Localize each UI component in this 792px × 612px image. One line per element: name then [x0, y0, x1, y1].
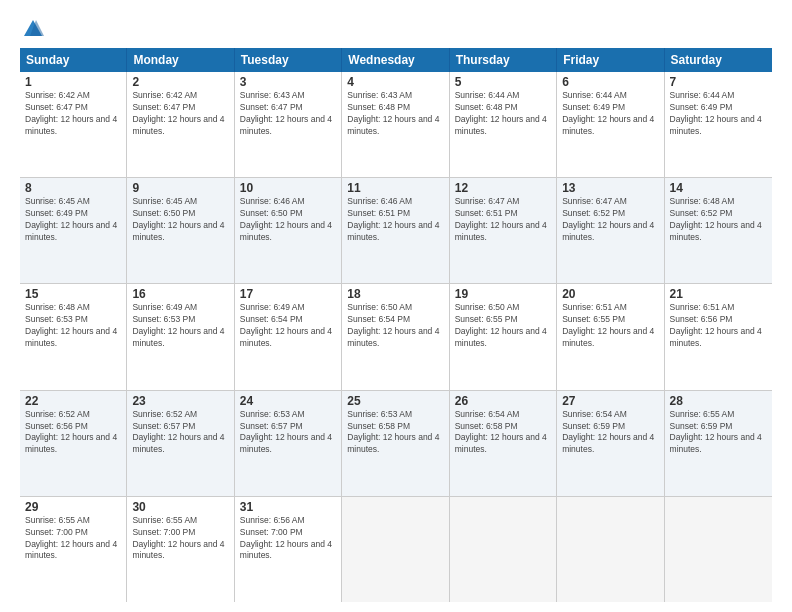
header-day-tuesday: Tuesday [235, 48, 342, 72]
day-info: Sunrise: 6:56 AM Sunset: 7:00 PM Dayligh… [240, 515, 336, 563]
day-number: 29 [25, 500, 121, 514]
day-cell-28: 28 Sunrise: 6:55 AM Sunset: 6:59 PM Dayl… [665, 391, 772, 496]
header-day-saturday: Saturday [665, 48, 772, 72]
day-number: 17 [240, 287, 336, 301]
day-info: Sunrise: 6:43 AM Sunset: 6:47 PM Dayligh… [240, 90, 336, 138]
calendar-body: 1 Sunrise: 6:42 AM Sunset: 6:47 PM Dayli… [20, 72, 772, 602]
day-info: Sunrise: 6:47 AM Sunset: 6:51 PM Dayligh… [455, 196, 551, 244]
day-cell-16: 16 Sunrise: 6:49 AM Sunset: 6:53 PM Dayl… [127, 284, 234, 389]
day-number: 6 [562, 75, 658, 89]
day-cell-19: 19 Sunrise: 6:50 AM Sunset: 6:55 PM Dayl… [450, 284, 557, 389]
day-cell-2: 2 Sunrise: 6:42 AM Sunset: 6:47 PM Dayli… [127, 72, 234, 177]
day-number: 12 [455, 181, 551, 195]
day-cell-9: 9 Sunrise: 6:45 AM Sunset: 6:50 PM Dayli… [127, 178, 234, 283]
day-info: Sunrise: 6:55 AM Sunset: 7:00 PM Dayligh… [25, 515, 121, 563]
day-number: 19 [455, 287, 551, 301]
day-number: 16 [132, 287, 228, 301]
empty-cell [557, 497, 664, 602]
day-info: Sunrise: 6:46 AM Sunset: 6:50 PM Dayligh… [240, 196, 336, 244]
day-number: 4 [347, 75, 443, 89]
day-number: 10 [240, 181, 336, 195]
day-cell-17: 17 Sunrise: 6:49 AM Sunset: 6:54 PM Dayl… [235, 284, 342, 389]
day-info: Sunrise: 6:54 AM Sunset: 6:59 PM Dayligh… [562, 409, 658, 457]
calendar-week-1: 1 Sunrise: 6:42 AM Sunset: 6:47 PM Dayli… [20, 72, 772, 178]
header-day-monday: Monday [127, 48, 234, 72]
day-number: 13 [562, 181, 658, 195]
day-cell-8: 8 Sunrise: 6:45 AM Sunset: 6:49 PM Dayli… [20, 178, 127, 283]
day-info: Sunrise: 6:50 AM Sunset: 6:55 PM Dayligh… [455, 302, 551, 350]
day-number: 15 [25, 287, 121, 301]
day-info: Sunrise: 6:48 AM Sunset: 6:53 PM Dayligh… [25, 302, 121, 350]
day-number: 1 [25, 75, 121, 89]
day-number: 18 [347, 287, 443, 301]
day-info: Sunrise: 6:49 AM Sunset: 6:54 PM Dayligh… [240, 302, 336, 350]
day-number: 9 [132, 181, 228, 195]
header-day-sunday: Sunday [20, 48, 127, 72]
day-cell-29: 29 Sunrise: 6:55 AM Sunset: 7:00 PM Dayl… [20, 497, 127, 602]
day-cell-11: 11 Sunrise: 6:46 AM Sunset: 6:51 PM Dayl… [342, 178, 449, 283]
day-info: Sunrise: 6:52 AM Sunset: 6:56 PM Dayligh… [25, 409, 121, 457]
calendar-week-2: 8 Sunrise: 6:45 AM Sunset: 6:49 PM Dayli… [20, 178, 772, 284]
day-cell-21: 21 Sunrise: 6:51 AM Sunset: 6:56 PM Dayl… [665, 284, 772, 389]
day-info: Sunrise: 6:55 AM Sunset: 6:59 PM Dayligh… [670, 409, 767, 457]
day-cell-27: 27 Sunrise: 6:54 AM Sunset: 6:59 PM Dayl… [557, 391, 664, 496]
day-info: Sunrise: 6:53 AM Sunset: 6:58 PM Dayligh… [347, 409, 443, 457]
day-cell-22: 22 Sunrise: 6:52 AM Sunset: 6:56 PM Dayl… [20, 391, 127, 496]
calendar-header: SundayMondayTuesdayWednesdayThursdayFrid… [20, 48, 772, 72]
day-cell-14: 14 Sunrise: 6:48 AM Sunset: 6:52 PM Dayl… [665, 178, 772, 283]
day-cell-7: 7 Sunrise: 6:44 AM Sunset: 6:49 PM Dayli… [665, 72, 772, 177]
day-cell-25: 25 Sunrise: 6:53 AM Sunset: 6:58 PM Dayl… [342, 391, 449, 496]
calendar-week-4: 22 Sunrise: 6:52 AM Sunset: 6:56 PM Dayl… [20, 391, 772, 497]
day-info: Sunrise: 6:53 AM Sunset: 6:57 PM Dayligh… [240, 409, 336, 457]
day-number: 2 [132, 75, 228, 89]
header-day-thursday: Thursday [450, 48, 557, 72]
day-number: 14 [670, 181, 767, 195]
day-info: Sunrise: 6:54 AM Sunset: 6:58 PM Dayligh… [455, 409, 551, 457]
day-info: Sunrise: 6:51 AM Sunset: 6:56 PM Dayligh… [670, 302, 767, 350]
day-cell-30: 30 Sunrise: 6:55 AM Sunset: 7:00 PM Dayl… [127, 497, 234, 602]
day-cell-6: 6 Sunrise: 6:44 AM Sunset: 6:49 PM Dayli… [557, 72, 664, 177]
day-number: 3 [240, 75, 336, 89]
day-number: 25 [347, 394, 443, 408]
day-number: 8 [25, 181, 121, 195]
day-info: Sunrise: 6:55 AM Sunset: 7:00 PM Dayligh… [132, 515, 228, 563]
day-cell-18: 18 Sunrise: 6:50 AM Sunset: 6:54 PM Dayl… [342, 284, 449, 389]
day-info: Sunrise: 6:45 AM Sunset: 6:49 PM Dayligh… [25, 196, 121, 244]
header [20, 18, 772, 40]
header-day-friday: Friday [557, 48, 664, 72]
day-number: 21 [670, 287, 767, 301]
day-cell-31: 31 Sunrise: 6:56 AM Sunset: 7:00 PM Dayl… [235, 497, 342, 602]
day-cell-3: 3 Sunrise: 6:43 AM Sunset: 6:47 PM Dayli… [235, 72, 342, 177]
empty-cell [665, 497, 772, 602]
day-info: Sunrise: 6:44 AM Sunset: 6:48 PM Dayligh… [455, 90, 551, 138]
day-number: 7 [670, 75, 767, 89]
day-cell-26: 26 Sunrise: 6:54 AM Sunset: 6:58 PM Dayl… [450, 391, 557, 496]
day-info: Sunrise: 6:48 AM Sunset: 6:52 PM Dayligh… [670, 196, 767, 244]
day-number: 30 [132, 500, 228, 514]
day-info: Sunrise: 6:44 AM Sunset: 6:49 PM Dayligh… [670, 90, 767, 138]
empty-cell [342, 497, 449, 602]
day-number: 22 [25, 394, 121, 408]
day-info: Sunrise: 6:49 AM Sunset: 6:53 PM Dayligh… [132, 302, 228, 350]
day-cell-24: 24 Sunrise: 6:53 AM Sunset: 6:57 PM Dayl… [235, 391, 342, 496]
day-info: Sunrise: 6:43 AM Sunset: 6:48 PM Dayligh… [347, 90, 443, 138]
day-info: Sunrise: 6:50 AM Sunset: 6:54 PM Dayligh… [347, 302, 443, 350]
day-cell-5: 5 Sunrise: 6:44 AM Sunset: 6:48 PM Dayli… [450, 72, 557, 177]
day-cell-15: 15 Sunrise: 6:48 AM Sunset: 6:53 PM Dayl… [20, 284, 127, 389]
day-info: Sunrise: 6:52 AM Sunset: 6:57 PM Dayligh… [132, 409, 228, 457]
logo [20, 18, 44, 40]
day-info: Sunrise: 6:46 AM Sunset: 6:51 PM Dayligh… [347, 196, 443, 244]
day-info: Sunrise: 6:51 AM Sunset: 6:55 PM Dayligh… [562, 302, 658, 350]
day-number: 27 [562, 394, 658, 408]
day-info: Sunrise: 6:45 AM Sunset: 6:50 PM Dayligh… [132, 196, 228, 244]
day-number: 5 [455, 75, 551, 89]
day-number: 20 [562, 287, 658, 301]
day-info: Sunrise: 6:42 AM Sunset: 6:47 PM Dayligh… [132, 90, 228, 138]
day-cell-10: 10 Sunrise: 6:46 AM Sunset: 6:50 PM Dayl… [235, 178, 342, 283]
calendar-week-3: 15 Sunrise: 6:48 AM Sunset: 6:53 PM Dayl… [20, 284, 772, 390]
empty-cell [450, 497, 557, 602]
day-number: 31 [240, 500, 336, 514]
day-number: 23 [132, 394, 228, 408]
page: SundayMondayTuesdayWednesdayThursdayFrid… [0, 0, 792, 612]
header-day-wednesday: Wednesday [342, 48, 449, 72]
